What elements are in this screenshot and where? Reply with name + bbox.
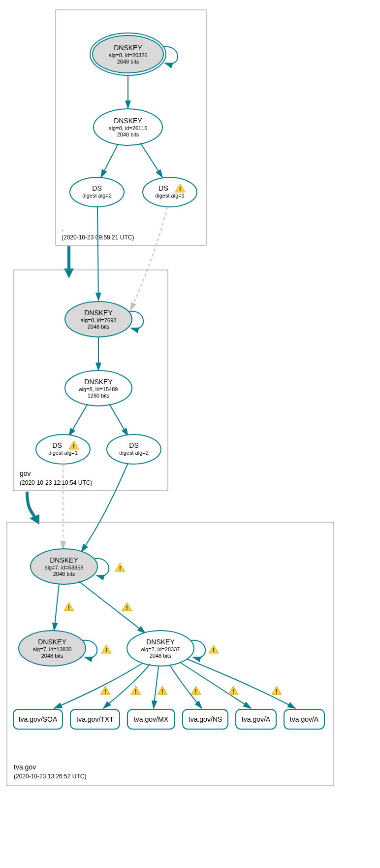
svg-text:DNSKEY: DNSKEY [84,378,113,386]
svg-text:digest alg=2: digest alg=2 [82,193,112,199]
node-root-ds2: DS digest alg=2 [70,177,124,207]
node-rr-a1: tva.gov/A [236,709,276,729]
warning-icon [158,686,167,695]
svg-text:2048 bits: 2048 bits [88,324,110,330]
edge-tva-ksk-to-k2 [54,584,59,631]
edge-root-ds2-to-gov-ksk [97,207,98,300]
zone-root-label: . [62,224,63,232]
svg-text:alg=8, id=26116: alg=8, id=26116 [109,125,148,131]
svg-text:tva.gov/TXT: tva.gov/TXT [76,715,114,723]
dnssec-diagram: ! . (2020-10-23 09:58:21 UTC) DNSKEY alg… [0,0,380,868]
svg-text:digest alg=1: digest alg=1 [48,450,78,456]
svg-text:tva.gov/NS: tva.gov/NS [189,715,222,723]
edge-zsk-to-ns [170,665,202,708]
svg-text:2048 bits: 2048 bits [117,59,139,65]
zone-tva-label: tva.gov [14,763,36,771]
edge-zsk-to-a2 [187,659,295,708]
svg-text:tva.gov/A: tva.gov/A [242,715,271,723]
edge-zsk-to-mx [154,666,158,708]
node-rr-txt: tva.gov/TXT [70,709,120,729]
svg-text:alg=7, id=13830: alg=7, id=13830 [33,646,72,652]
svg-text:alg=8, id=7698: alg=8, id=7698 [81,317,117,323]
node-tva-zsk: DNSKEY alg=7, id=28337 2048 bits [127,631,194,666]
svg-text:DS: DS [52,441,62,449]
edge-root-zsk-to-ds2 [101,144,118,177]
svg-text:DS: DS [129,441,138,449]
svg-text:tva.gov/MX: tva.gov/MX [134,715,169,723]
svg-point-24 [36,434,90,464]
edge-gov-zsk-to-ds2 [109,404,128,436]
svg-point-27 [107,434,161,464]
svg-text:2048 bits: 2048 bits [41,653,63,659]
svg-text:2048 bits: 2048 bits [150,653,172,659]
warning-icon [131,686,141,695]
edge-zsk-to-txt [103,664,150,708]
svg-point-13 [143,177,197,207]
svg-text:tva.gov/SOA: tva.gov/SOA [19,715,58,723]
node-root-zsk: DNSKEY alg=8, id=26116 2048 bits [94,109,162,145]
warning-icon [115,563,125,572]
svg-text:digest alg=2: digest alg=2 [119,450,149,456]
warning-icon [64,602,74,611]
edge-zone-gov-to-tva [27,492,34,516]
warning-icon [191,686,201,695]
warning-icon [272,686,282,695]
svg-text:DS: DS [92,184,101,192]
svg-text:DS: DS [158,184,168,192]
svg-text:alg=7, id=28337: alg=7, id=28337 [141,646,180,652]
node-gov-ds1: DS digest alg=1 [36,434,90,464]
zone-gov-label: gov [20,469,31,477]
zone-gov-time: (2020-10-23 12:10:54 UTC) [20,479,92,486]
svg-text:DNSKEY: DNSKEY [146,638,175,646]
svg-text:digest alg=1: digest alg=1 [155,193,185,199]
edge-zsk-to-a1 [180,662,251,708]
node-tva-k2: DNSKEY alg=7, id=13830 2048 bits [19,631,86,666]
svg-text:DNSKEY: DNSKEY [50,556,78,564]
svg-text:alg=7, id=53358: alg=7, id=53358 [45,565,84,570]
svg-point-10 [70,177,124,207]
warning-icon [100,686,110,695]
svg-text:alg=8, id=15489: alg=8, id=15489 [79,386,118,392]
warning-icon [101,645,111,654]
zone-tva-time: (2020-10-23 13:26:52 UTC) [14,773,86,780]
svg-text:DNSKEY: DNSKEY [84,309,113,317]
edge-gov-ds2-to-tva-ksk [81,463,128,552]
node-rr-ns: tva.gov/NS [183,709,228,729]
svg-text:tva.gov/A: tva.gov/A [290,715,319,723]
node-root-ksk: DNSKEY alg=8, id=20326 2048 bits [90,33,166,75]
svg-text:DNSKEY: DNSKEY [38,638,66,646]
svg-text:DNSKEY: DNSKEY [114,117,142,125]
node-gov-zsk: DNSKEY alg=8, id=15489 1280 bits [65,370,132,406]
edge-tva-ksk-to-zsk [79,581,145,633]
warning-icon [122,602,132,611]
node-tva-ksk: DNSKEY alg=7, id=53358 2048 bits [31,549,97,584]
svg-text:1280 bits: 1280 bits [88,393,110,399]
svg-text:2048 bits: 2048 bits [53,571,75,577]
edge-root-ds1-to-gov-ksk [130,207,167,310]
node-root-ds1: DS digest alg=1 [143,177,197,207]
svg-text:2048 bits: 2048 bits [117,132,139,137]
node-rr-a2: tva.gov/A [284,709,324,729]
node-rr-soa: tva.gov/SOA [13,709,63,729]
svg-text:DNSKEY: DNSKEY [114,44,142,52]
edge-root-zsk-to-ds1 [140,143,162,177]
svg-text:alg=8, id=20326: alg=8, id=20326 [109,52,148,58]
node-gov-ds2: DS digest alg=2 [107,434,161,464]
edge-gov-zsk-to-ds1 [69,404,88,436]
node-rr-mx: tva.gov/MX [127,709,175,729]
warning-icon [209,645,219,654]
warning-icon [228,686,238,695]
node-gov-ksk: DNSKEY alg=8, id=7698 2048 bits [65,301,132,337]
